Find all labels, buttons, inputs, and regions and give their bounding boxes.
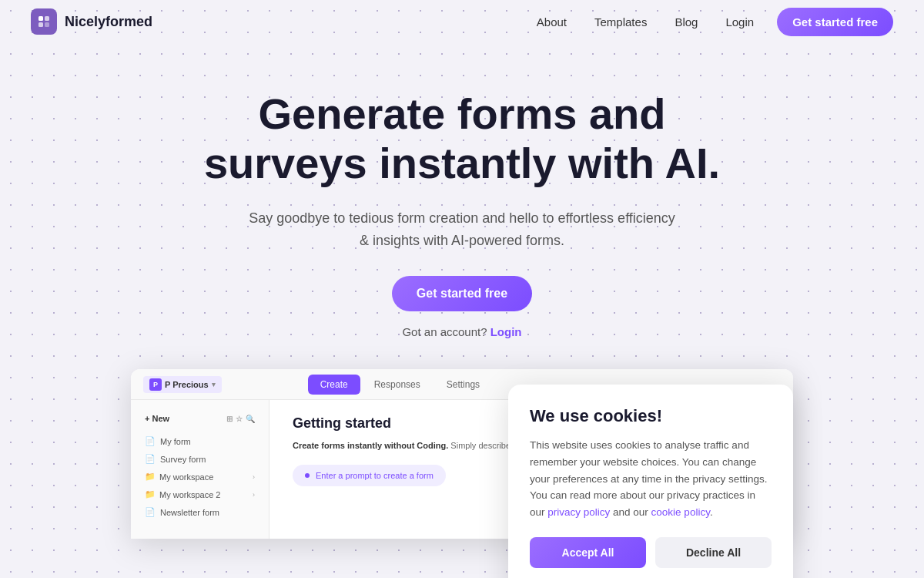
accept-all-button[interactable]: Accept All [530,537,646,568]
brand-name: Nicelyformed [65,14,152,30]
svg-rect-1 [45,16,49,21]
cookie-policy-link[interactable]: cookie policy [651,506,710,518]
svg-rect-3 [45,22,49,27]
hero-login-link[interactable]: Login [490,325,522,338]
file-icon: 📄 [145,454,156,464]
sidebar-item-surveyform[interactable]: 📄 Survey form [139,450,261,468]
logo-icon [31,8,57,35]
mockup-tabs: Create Responses Settings [308,375,492,395]
content-prompt-bar[interactable]: Enter a prompt to create a form [293,465,446,486]
cookie-banner: We use cookies! This website uses cookie… [508,385,793,578]
logo[interactable]: Nicelyformed [31,8,152,35]
sidebar-folder-myworkspace[interactable]: 📁My workspace › [139,468,261,486]
svg-rect-0 [38,16,43,21]
decline-all-button[interactable]: Decline All [655,537,772,568]
cookie-title: We use cookies! [530,406,772,426]
nav-blog[interactable]: Blog [664,9,708,35]
privacy-policy-link[interactable]: privacy policy [547,506,610,518]
file-icon: 📄 [145,436,156,446]
hero-subtitle: Say goodbye to tedious form creation and… [246,207,678,252]
navbar: Nicelyformed About Templates Blog Login … [0,0,924,43]
cookie-body: This website uses cookies to analyse tra… [530,437,772,520]
sidebar-item-myform[interactable]: 📄 My form [139,432,261,450]
nav-templates[interactable]: Templates [584,9,658,35]
hero-login-prompt: Got an account? Login [15,325,909,338]
sidebar-item-newsletter[interactable]: 📄 Newsletter form [139,503,261,521]
nav-cta-button[interactable]: Get started free [777,8,893,36]
svg-rect-2 [38,22,43,27]
file-icon: 📄 [145,507,156,517]
cookie-buttons: Accept All Decline All [530,537,772,568]
hero-title: Generate forms and surveys instantly wit… [15,89,909,189]
mockup-tab-create[interactable]: Create [308,375,360,395]
sidebar-folder-myworkspace2[interactable]: 📁My workspace 2 › [139,486,261,503]
mockup-sidebar: + New ⊞☆🔍 📄 My form 📄 Survey form 📁My wo… [131,400,270,539]
hero-cta-button[interactable]: Get started free [392,276,532,311]
nav-login[interactable]: Login [715,9,765,35]
nav-links: About Templates Blog Login Get started f… [526,8,893,36]
mockup-tab-responses[interactable]: Responses [362,375,433,395]
hero-section: Generate forms and surveys instantly wit… [0,43,924,361]
preview-area: P P Precious ▾ Create Responses Settings… [116,369,808,539]
nav-about[interactable]: About [526,9,578,35]
mockup-brand-label: P P Precious ▾ [143,376,222,393]
sidebar-new[interactable]: + New ⊞☆🔍 [139,409,261,428]
mockup-tab-settings[interactable]: Settings [434,375,492,395]
prompt-dot-icon [305,473,310,478]
